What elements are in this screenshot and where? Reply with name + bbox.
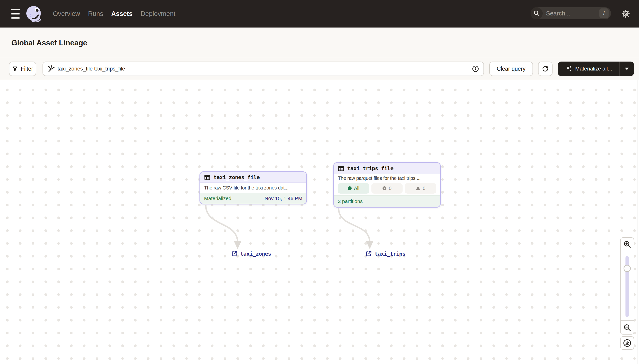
asset-selection-value: taxi_zones_file taxi_trips_file	[58, 66, 472, 72]
clear-query-button[interactable]: Clear query	[489, 62, 533, 76]
asset-selection-icon	[47, 65, 55, 72]
zoom-slider[interactable]	[621, 251, 634, 321]
refresh-icon	[542, 66, 549, 72]
nav-tab-assets[interactable]: Assets	[111, 10, 133, 18]
external-link-icon	[366, 250, 372, 257]
external-link-icon	[231, 250, 238, 257]
hamburger-menu-button[interactable]	[11, 9, 20, 18]
partitions-failed-pill[interactable]: 0	[405, 183, 436, 194]
materialize-all-button[interactable]: Materialize all...	[558, 62, 619, 76]
partitions-missing-pill[interactable]: 0	[371, 183, 403, 194]
page-header: Global Asset Lineage Reload definitions	[0, 28, 639, 58]
zoom-controls	[620, 237, 634, 334]
materialization-status: Materialized	[204, 196, 231, 201]
asset-node-header: taxi_zones_file	[200, 172, 306, 183]
refresh-graph-button[interactable]	[538, 62, 552, 76]
search-placeholder: Search...	[546, 10, 599, 17]
asset-description: The raw parquet files for the taxi trips…	[338, 176, 436, 181]
triangle-icon	[416, 186, 420, 190]
info-icon[interactable]	[472, 65, 479, 72]
lineage-graph-canvas[interactable]: taxi_zones_file The raw CSV file for the…	[0, 80, 639, 364]
asset-node-header: taxi_trips_file	[334, 163, 440, 174]
top-nav: Overview Runs Assets Deployment Search..…	[0, 0, 639, 28]
downstream-asset-link-taxi-zones[interactable]: taxi_zones	[231, 250, 271, 257]
asset-node-taxi-trips-file[interactable]: taxi_trips_file The raw parquet files fo…	[333, 162, 441, 208]
partition-health-pills: All 0 0	[338, 183, 436, 194]
partitions-missing-count: 0	[389, 186, 391, 191]
search-icon	[530, 7, 543, 19]
page-title: Global Asset Lineage	[11, 38, 87, 47]
filled-dot-icon	[348, 186, 352, 190]
downstream-asset-link-taxi-trips[interactable]: taxi_trips	[366, 250, 405, 257]
materialize-options-caret[interactable]	[620, 62, 634, 76]
materialize-all-label: Materialize all...	[575, 66, 612, 72]
zoom-out-button[interactable]	[621, 321, 634, 334]
funnel-icon	[12, 66, 18, 72]
lineage-edges	[0, 80, 639, 364]
asset-selection-input[interactable]: taxi_zones_file taxi_trips_file	[43, 62, 484, 76]
download-graph-button[interactable]	[620, 336, 634, 350]
nav-tab-overview[interactable]: Overview	[53, 10, 80, 18]
downstream-asset-label: taxi_zones	[240, 251, 271, 257]
zoom-in-button[interactable]	[621, 238, 634, 251]
main-nav-links: Overview Runs Assets Deployment	[53, 0, 175, 28]
asset-description: The raw CSV file for the taxi zones dat.…	[204, 185, 302, 191]
lineage-toolbar: Filter taxi_zones_file taxi_trips_file C…	[0, 58, 639, 80]
asset-title: taxi_zones_file	[214, 174, 260, 180]
asset-node-body: The raw CSV file for the taxi zones dat.…	[200, 183, 306, 193]
partitions-all-pill[interactable]: All	[338, 183, 369, 194]
asset-node-footer: Materialized Nov 15, 1:46 PM	[200, 193, 306, 204]
clear-query-label: Clear query	[497, 66, 525, 72]
ring-icon	[383, 186, 386, 190]
search-shortcut-badge: /	[599, 8, 608, 18]
settings-gear-icon[interactable]	[620, 8, 631, 19]
download-icon	[623, 339, 631, 347]
zoom-out-icon	[623, 324, 631, 332]
partitions-all-label: All	[354, 186, 359, 191]
nav-tab-deployment[interactable]: Deployment	[141, 10, 175, 18]
sparkle-icon	[565, 65, 572, 72]
dagster-app: Overview Runs Assets Deployment Search..…	[0, 0, 639, 364]
asset-node-footer: 3 partitions	[334, 195, 440, 207]
dagster-logo[interactable]	[26, 6, 42, 22]
nav-tab-runs[interactable]: Runs	[88, 10, 103, 18]
table-icon	[338, 165, 344, 172]
zoom-slider-thumb[interactable]	[623, 265, 631, 272]
global-search-input[interactable]: Search... /	[530, 7, 611, 19]
asset-title: taxi_trips_file	[347, 165, 393, 172]
partitions-failed-count: 0	[423, 186, 425, 191]
zoom-in-icon	[623, 240, 631, 248]
materialization-timestamp[interactable]: Nov 15, 1:46 PM	[265, 196, 302, 201]
materialize-all-split-button: Materialize all...	[558, 62, 634, 76]
asset-node-body: The raw parquet files for the taxi trips…	[334, 174, 440, 195]
downstream-asset-label: taxi_trips	[375, 251, 405, 257]
filter-button[interactable]: Filter	[9, 62, 36, 76]
asset-node-taxi-zones-file[interactable]: taxi_zones_file The raw CSV file for the…	[200, 172, 307, 204]
partitions-count: 3 partitions	[338, 198, 363, 204]
filter-label: Filter	[21, 66, 33, 72]
table-icon	[204, 174, 210, 180]
chevron-down-icon	[625, 68, 629, 70]
